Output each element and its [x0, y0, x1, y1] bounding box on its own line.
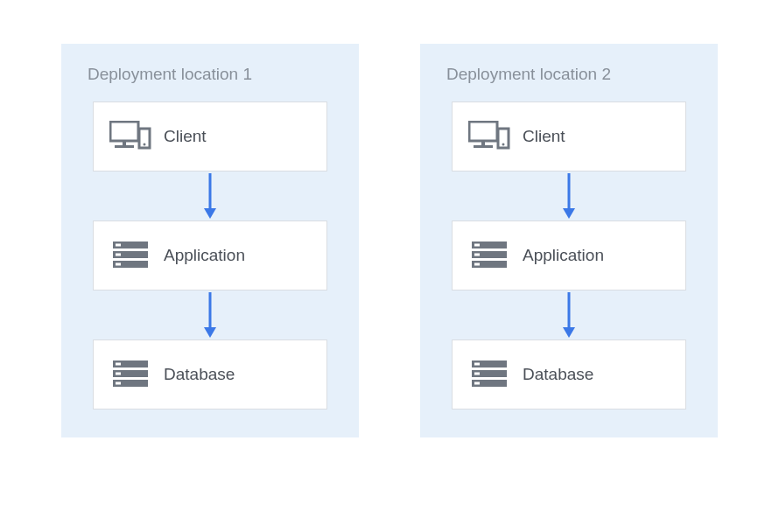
- svg-rect-37: [474, 363, 480, 366]
- svg-rect-0: [110, 122, 138, 141]
- svg-point-25: [502, 144, 505, 146]
- svg-rect-41: [474, 382, 480, 385]
- svg-rect-33: [474, 263, 480, 266]
- svg-rect-18: [116, 373, 121, 375]
- svg-rect-12: [116, 263, 121, 266]
- svg-rect-21: [469, 122, 497, 141]
- database-node-2: Database: [452, 340, 686, 410]
- arrow-down-icon: [201, 172, 219, 220]
- svg-rect-2: [123, 141, 126, 146]
- deployment-location-panel-1: Deployment location 1 Client: [61, 44, 359, 438]
- deployment-location-title-1: Deployment location 1: [88, 65, 252, 84]
- svg-marker-35: [563, 327, 575, 338]
- server-icon: [467, 242, 512, 270]
- application-label: Application: [523, 246, 604, 265]
- client-devices-icon: [108, 121, 153, 152]
- svg-marker-14: [204, 327, 216, 338]
- deployment-location-title-2: Deployment location 2: [446, 65, 611, 84]
- svg-rect-29: [474, 244, 480, 247]
- server-icon: [108, 360, 153, 388]
- server-icon: [467, 360, 512, 388]
- svg-rect-16: [116, 363, 121, 366]
- deployment-location-panel-2: Deployment location 2 Client: [420, 44, 718, 438]
- database-label: Database: [523, 365, 593, 384]
- arrow-down-icon: [560, 172, 578, 220]
- arrow-down-icon: [201, 290, 219, 340]
- svg-rect-10: [116, 254, 121, 256]
- client-label: Client: [164, 127, 207, 146]
- database-label: Database: [164, 365, 235, 384]
- client-label: Client: [523, 127, 565, 146]
- svg-marker-27: [563, 208, 575, 219]
- application-node-2: Application: [452, 220, 686, 290]
- client-node-1: Client: [93, 102, 327, 172]
- server-icon: [108, 242, 153, 270]
- svg-marker-6: [204, 208, 216, 219]
- svg-rect-23: [481, 141, 485, 146]
- svg-rect-31: [474, 254, 480, 256]
- client-devices-icon: [467, 121, 512, 152]
- svg-rect-39: [474, 373, 480, 375]
- diagram-canvas: Deployment location 1 Client: [0, 0, 779, 481]
- arrow-down-icon: [560, 290, 578, 340]
- database-node-1: Database: [93, 340, 327, 410]
- client-node-2: Client: [452, 102, 686, 172]
- svg-rect-8: [116, 244, 121, 247]
- svg-rect-20: [116, 382, 121, 385]
- svg-point-4: [144, 144, 146, 146]
- application-node-1: Application: [93, 220, 327, 290]
- application-label: Application: [164, 246, 245, 265]
